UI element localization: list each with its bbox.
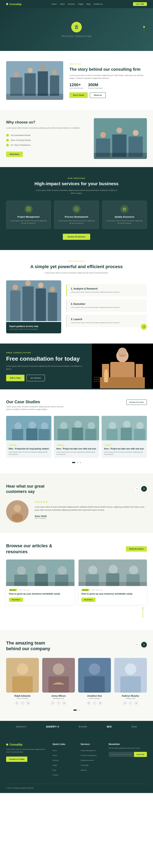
story-image [6,61,63,100]
svg-point-58 [60,422,67,429]
cases-cards: Business Oklo - Production for long last… [6,416,147,458]
team-name-4: Kathryn Murphy [114,694,147,697]
svg-point-8 [28,68,33,73]
read-all-articles-button[interactable]: Read All Articles [126,546,147,552]
nav-contact[interactable]: Contact Us [94,3,103,5]
step-desc-3: Lorem ipsum dolor sit amet consectetur a… [71,321,143,324]
team-member-3-photo [78,658,111,692]
browse-services-button[interactable]: Browse All Services [63,234,90,240]
article-read-more-1-button[interactable]: Read More [9,598,23,602]
svg-rect-61 [72,428,83,440]
footer-subscribe-text: Get the latest updates directly in your … [109,747,147,749]
team-cards: Ralph Edwards CEO & Founder 𝕏 f in Jenny… [6,658,147,705]
article-date-2: 2 Mar · 5min read [91,589,102,591]
partners-section: Salesforce SHOPIFY ® Brandflo NFX Stripe [0,721,153,733]
team-photo-1 [6,658,39,692]
team-dot-2[interactable] [78,710,80,711]
footer-service-4: Consulting [81,763,104,767]
article-read-more-2-button[interactable]: Read More [82,598,95,602]
testimonials-next-button[interactable] [141,486,147,492]
footer-link-home: Home [53,748,76,752]
twitter-icon-3[interactable]: 𝕏 [87,701,91,705]
story-about-button[interactable]: About Us [90,92,106,98]
cases-dot-2[interactable] [77,462,78,463]
quality-assurance-icon [122,207,126,211]
svg-rect-11 [6,94,63,100]
facebook-icon-1[interactable]: f [20,701,25,705]
facebook-icon-3[interactable]: f [92,701,97,705]
testimonials-prev-button[interactable] [134,486,140,492]
linkedin-icon-3[interactable]: in [98,701,102,705]
stat-label-2: Revenue Generated [88,87,103,89]
service-name-1: Project Management [9,216,47,218]
process-text: Lorem ipsum dolor sit amet consectetur a… [36,271,117,274]
browse-all-cases-button[interactable]: Browse All Cases [126,400,147,405]
process-step-2: 2. Execution Lorem ipsum dolor sit amet … [66,299,147,312]
svg-point-79 [58,566,67,575]
talk-to-team-button[interactable]: Talk to Team [6,375,25,381]
svg-rect-56 [38,429,50,440]
footer-contact-button[interactable]: Contact Us Today [6,756,27,762]
partner-1: Salesforce [16,725,26,728]
linkedin-icon-2[interactable]: in [62,701,66,705]
hero-dot-1[interactable] [143,26,145,28]
nav-about[interactable]: About [60,3,65,5]
linkedin-icon-1[interactable]: in [26,701,30,705]
svg-point-100 [89,663,100,675]
team-section: The amazing team behind our company Ralp… [0,630,153,721]
nav-pages[interactable]: Pages [78,3,84,5]
step-desc-2: Lorem ipsum dolor sit amet consectetur a… [71,306,143,309]
footer: Consaltip Lorem ipsum dolor sit amet con… [0,733,153,793]
cases-dot-1[interactable] [72,462,75,463]
twitter-icon-1[interactable]: 𝕏 [14,701,19,705]
arrow-right-icon [143,488,145,490]
article-date-1: 2 Mar · 5min read [19,589,30,591]
svg-rect-19 [94,153,147,159]
twitter-icon-4[interactable]: 𝕏 [123,701,127,705]
svg-point-87 [129,566,138,575]
footer-bottom: © 2024 Consaltip. All Rights Reserved. [6,784,147,789]
feature-2: ✓ Team of Industry Experts [6,138,88,143]
linkedin-icon-4[interactable]: in [134,701,139,705]
team-social-3: 𝕏 f in [78,701,111,705]
case-card-2: Strategy Aren - Project we take over wit… [54,416,99,458]
feature-3: ✓ 20+ Years of Experience [6,143,88,148]
cases-dot-3[interactable] [80,462,81,463]
hero-dot-3[interactable] [143,31,145,33]
facebook-icon-2[interactable]: f [56,701,61,705]
svg-point-49 [98,381,99,382]
svg-rect-38 [104,372,108,382]
twitter-icon-2[interactable]: 𝕏 [51,701,55,705]
newsletter-email-input[interactable] [109,752,134,757]
articles-section: Browse our articles & resources Read All… [0,533,153,630]
svg-rect-26 [48,292,57,321]
svg-marker-91 [141,616,145,618]
team-next-button[interactable] [141,642,147,648]
svg-point-43 [98,377,99,378]
team-prev-button[interactable] [134,642,140,648]
nav-home[interactable]: Home [52,3,57,5]
stat-results: 1200+ Successful Results [69,83,83,89]
newsletter-subscribe-button[interactable]: Subscribe [134,752,147,757]
nav-cta-button[interactable]: Let's Talk [133,2,147,6]
svg-point-94 [17,663,28,675]
hero-dot-2[interactable] [143,29,145,30]
footer-col-title-1: Quick Links [53,743,76,745]
case-text-1: Lorem ipsum dolor sit amet consectetur a… [8,451,49,455]
nav-blog[interactable]: Blog [87,3,90,5]
hero-section: Trusted Consulting [0,8,153,51]
team-member-2-photo [42,658,75,692]
why-read-more-button[interactable]: Read More [6,152,23,157]
svg-point-30 [50,287,55,292]
team-dot-1[interactable] [73,710,77,711]
team-card-2: Jenny Wilson Marketing Lead 𝕏 f in [42,658,75,705]
svg-point-60 [74,421,82,428]
facebook-icon-4[interactable]: f [128,701,133,705]
svg-rect-66 [106,429,118,440]
our-services-button[interactable]: Our Services [27,375,45,381]
svg-point-67 [123,421,130,428]
testimonial-quote: Lorem ipsum dolor sit amet consectetur a… [35,505,147,512]
process-title: A simple yet powerful and efficient proc… [6,264,147,270]
nav-services[interactable]: Services [68,3,75,5]
story-get-in-touch-button[interactable]: Get In Touch [69,92,88,98]
